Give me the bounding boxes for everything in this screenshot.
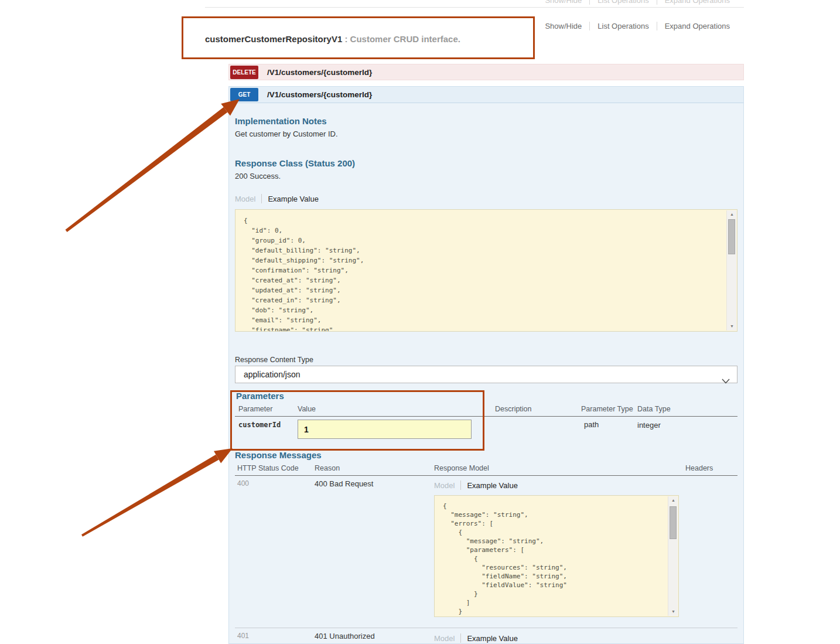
api-section-name[interactable]: customerCustomerRepositoryV1 [205,34,342,44]
example-200-codeblock: { "id": 0, "group_id": 0, "default_billi… [235,209,737,332]
scroll-down-arrow-icon[interactable]: ▼ [668,608,678,616]
get-path-link[interactable]: /V1/customers/{customerId} [267,87,372,103]
show-hide-link[interactable]: Show/Hide [537,22,589,30]
col-http-status-code: HTTP Status Code [237,464,299,472]
codeblock-scrollbar[interactable]: ▲ ▼ [668,496,678,616]
reason-400: 400 Bad Request [315,479,373,488]
status-code-400: 400 [237,479,249,488]
scrollbar-thumb[interactable] [670,506,677,539]
api-section-title: customerCustomerRepositoryV1 : Customer … [205,34,460,44]
expand-operations-link[interactable]: Expand Operations [657,0,737,5]
reason-401: 401 Unauthorized [315,632,375,640]
delete-method-badge[interactable]: DELETE [230,66,258,79]
response-model-tabs-401: Model Example Value [434,633,518,643]
status-code-401: 401 [237,632,249,640]
tab-example-value[interactable]: Example Value [262,195,318,203]
tab-example-value[interactable]: Example Value [461,634,517,643]
get-method-badge[interactable]: GET [230,88,258,101]
response-class-heading: Response Class (Status 200) [235,158,355,168]
col-data-type: Data Type [637,405,671,413]
example-200-json: { "id": 0, "group_id": 0, "default_billi… [235,210,737,332]
data-type-value: integer [637,421,661,430]
operation-row-delete[interactable]: DELETE /V1/customers/{customerId} [228,64,744,80]
response-model-tabs-400: Model Example Value [434,481,518,490]
response-messages-heading: Response Messages [235,450,322,460]
col-description: Description [495,405,532,413]
response-content-type-label: Response Content Type [235,356,313,364]
show-hide-link[interactable]: Show/Hide [537,0,589,5]
scroll-up-arrow-icon[interactable]: ▲ [668,496,678,505]
swagger-page: Show/HideList OperationsExpand Operation… [0,0,840,644]
list-operations-link[interactable]: List Operations [589,22,656,30]
response-class-text: 200 Success. [235,172,281,180]
example-400-codeblock: { "message": "string", "errors": [ { "me… [434,495,679,617]
response-content-type-select[interactable]: application/json [235,366,737,383]
col-reason: Reason [315,464,340,472]
example-400-json: { "message": "string", "errors": [ { "me… [435,496,678,617]
response-class-tabs: Model Example Value [235,194,319,203]
scrollbar-thumb[interactable] [728,219,735,254]
tab-model[interactable]: Model [235,195,261,203]
arrow-to-parameters-box [81,448,233,537]
operation-row-get[interactable]: GET /V1/customers/{customerId} [228,86,744,103]
annotation-box-parameters [230,390,484,451]
implementation-notes-heading: Implementation Notes [235,116,327,126]
list-operations-link[interactable]: List Operations [589,0,656,5]
expand-operations-link[interactable]: Expand Operations [657,22,737,30]
scroll-up-arrow-icon[interactable]: ▲ [727,210,737,219]
col-parameter-type: Parameter Type [581,405,633,413]
col-headers: Headers [685,464,713,472]
implementation-notes-text: Get customer by Customer ID. [235,130,338,138]
tab-model[interactable]: Model [434,481,460,490]
section-divider [205,7,744,8]
ops-menu: Show/HideList OperationsExpand Operation… [537,22,737,30]
tab-example-value[interactable]: Example Value [461,481,517,490]
param-type-value: path [584,420,599,429]
response-messages-header-rule [235,475,737,476]
scroll-down-arrow-icon[interactable]: ▼ [727,322,737,330]
response-content-type-value: application/json [244,370,301,379]
tab-model[interactable]: Model [434,634,460,643]
ops-menu-faded: Show/HideList OperationsExpand Operation… [537,0,737,5]
codeblock-scrollbar[interactable]: ▲ ▼ [726,210,736,330]
chevron-down-icon [722,373,730,389]
delete-path-link[interactable]: /V1/customers/{customerId} [267,64,372,81]
api-section-description: Customer CRUD interface. [350,34,460,44]
row-divider [235,628,737,628]
col-response-model: Response Model [434,464,489,472]
arrow-to-get-badge [66,99,240,232]
